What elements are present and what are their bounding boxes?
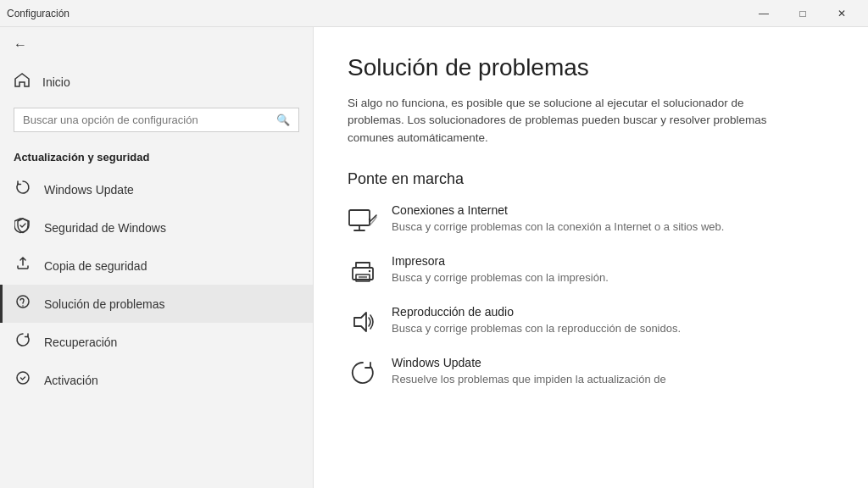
update-circle-icon: [348, 358, 378, 388]
search-input[interactable]: [23, 114, 270, 126]
troubleshooter-internet-text: Conexiones a Internet Busca y corrige pr…: [392, 203, 724, 235]
minimize-button[interactable]: —: [744, 0, 783, 27]
sidebar-section-title: Actualización y seguridad: [0, 139, 313, 170]
troubleshooter-printer-desc: Busca y corrige problemas con la impresi…: [392, 270, 609, 286]
troubleshooter-printer-text: Impresora Busca y corrige problemas con …: [392, 254, 609, 286]
troubleshooter-windows-update-title[interactable]: Windows Update: [392, 356, 666, 369]
app-body: ← Inicio 🔍 Actualización y seguridad: [0, 27, 868, 488]
recovery-icon: [14, 331, 32, 352]
troubleshooter-audio-text: Reproducción de audio Busca y corrige pr…: [392, 305, 681, 336]
sidebar-item-label: Windows Update: [44, 183, 134, 197]
sidebar-item-label: Recuperación: [44, 336, 117, 349]
sidebar-item-label: Activación: [44, 374, 98, 387]
home-icon: [14, 71, 31, 92]
activation-icon: [14, 369, 32, 391]
search-icon: 🔍: [276, 114, 290, 126]
back-button[interactable]: ←: [0, 27, 313, 63]
title-bar: Configuración — □ ✕: [0, 0, 868, 27]
svg-point-11: [369, 270, 370, 272]
wifi-icon: [348, 205, 378, 236]
sidebar-item-windows-update[interactable]: Windows Update: [0, 170, 313, 208]
printer-icon: [348, 256, 378, 286]
search-box[interactable]: 🔍: [14, 108, 299, 132]
troubleshooter-audio: Reproducción de audio Busca y corrige pr…: [348, 305, 834, 337]
sidebar-item-backup[interactable]: Copia de seguridad: [0, 247, 313, 285]
svg-point-6: [369, 219, 370, 220]
sidebar-item-label: Seguridad de Windows: [44, 221, 166, 235]
sidebar-item-troubleshoot[interactable]: Solución de problemas: [0, 285, 313, 323]
shield-icon: [14, 217, 32, 238]
troubleshooter-audio-title[interactable]: Reproducción de audio: [392, 305, 681, 319]
sidebar-item-recovery[interactable]: Recuperación: [0, 323, 313, 361]
troubleshooter-windows-update-desc: Resuelve los problemas que impiden la ac…: [392, 372, 666, 387]
troubleshooter-windows-update: Windows Update Resuelve los problemas qu…: [348, 356, 834, 388]
sidebar-item-label: Copia de seguridad: [44, 259, 147, 273]
title-bar-title: Configuración: [7, 8, 70, 19]
content-description: Si algo no funciona, es posible que se s…: [348, 95, 788, 147]
back-arrow-icon: ←: [14, 37, 27, 53]
sidebar: ← Inicio 🔍 Actualización y seguridad: [0, 27, 314, 488]
sidebar-item-home[interactable]: Inicio: [0, 63, 313, 101]
sidebar-item-windows-security[interactable]: Seguridad de Windows: [0, 208, 313, 247]
troubleshooter-printer-title[interactable]: Impresora: [392, 254, 609, 268]
troubleshooter-internet-desc: Busca y corrige problemas con la conexió…: [392, 219, 724, 235]
sidebar-item-label: Solución de problemas: [44, 297, 164, 311]
troubleshoot-icon: [14, 293, 32, 314]
sidebar-item-activation[interactable]: Activación: [0, 361, 313, 399]
backup-icon: [14, 255, 32, 276]
maximize-button[interactable]: □: [783, 0, 822, 27]
home-label: Inicio: [42, 75, 70, 89]
troubleshooter-audio-desc: Busca y corrige problemas con la reprodu…: [392, 321, 681, 336]
section-heading: Ponte en marcha: [348, 170, 834, 188]
svg-point-1: [22, 305, 24, 307]
svg-point-2: [17, 372, 29, 384]
svg-rect-3: [349, 210, 370, 225]
close-button[interactable]: ✕: [822, 0, 861, 27]
audio-icon: [348, 307, 378, 337]
content-title: Solución de problemas: [348, 54, 834, 81]
content-area: Solución de problemas Si algo no funcion…: [314, 27, 868, 488]
title-bar-controls: — □ ✕: [744, 0, 861, 27]
troubleshooter-windows-update-text: Windows Update Resuelve los problemas qu…: [392, 356, 666, 387]
update-icon: [14, 179, 32, 200]
svg-marker-12: [354, 313, 366, 331]
troubleshooter-internet: Conexiones a Internet Busca y corrige pr…: [348, 203, 834, 236]
title-bar-left: Configuración: [7, 8, 70, 19]
troubleshooter-printer: Impresora Busca y corrige problemas con …: [348, 254, 834, 286]
troubleshooter-internet-title[interactable]: Conexiones a Internet: [392, 203, 724, 217]
